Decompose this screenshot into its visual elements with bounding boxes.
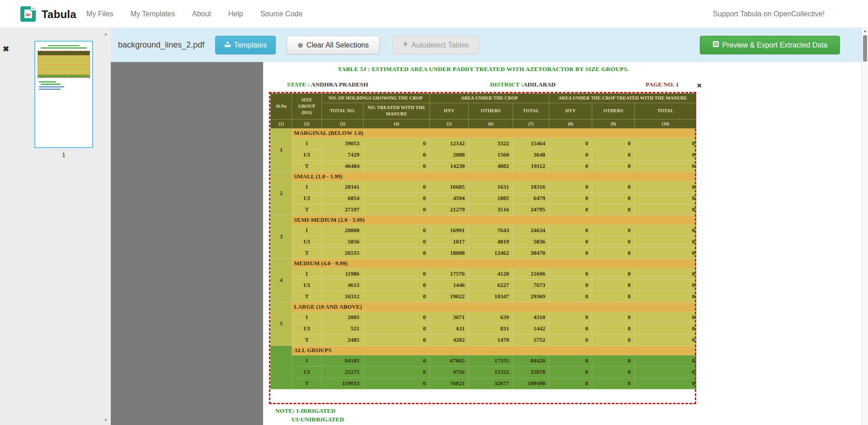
nav-my-files[interactable]: My Files [86,10,113,18]
thumb-subtitle-line [41,48,87,48]
autodetect-tables-button[interactable]: Autodetect Tables [392,36,479,54]
delete-page-icon[interactable]: ✖ [3,45,9,53]
pdf-page[interactable]: TABLE 5J : ESTIMATED AREA UNDER PADDY TR… [263,62,862,425]
clear-selections-icon: ⊗ [297,42,303,48]
preview-export-button[interactable]: Preview & Export Extracted Data [700,36,840,54]
selection-rectangle[interactable] [269,92,696,404]
tabula-app: Tabula My Files My Templates About Help … [0,0,868,425]
thumb-note-line [39,81,56,82]
toolbar: background_lines_2.pdf Templates ⊗ Clear… [111,28,862,62]
district-field: DISTRICT :ADILABAD [490,81,556,88]
nav-about[interactable]: About [192,10,211,18]
nav-links: My Files My Templates About Help Source … [86,0,302,28]
thumb-text-line [39,89,61,90]
district-value: ADILABAD [523,81,556,88]
autodetect-bolt-icon [403,41,408,49]
filename-label: background_lines_2.pdf [118,28,204,62]
note-line-2: UI-UNIRRIGATED [292,416,344,423]
note-line-1: NOTE: I-IRRIGATED [275,407,335,415]
page-thumbnail[interactable] [34,41,93,148]
page-no-label: PAGE NO. 1 [646,81,679,88]
sidebar-scroll-down-icon[interactable]: ▼ [103,418,109,422]
document-title: TABLE 5J : ESTIMATED AREA UNDER PADDY TR… [270,66,696,73]
nav-help[interactable]: Help [228,10,243,18]
thumb-table [38,51,90,78]
templates-icon [224,41,231,49]
thumb-note-line [41,84,61,85]
support-opencollective-link[interactable]: Support Tabula on OpenCollective! [713,0,825,28]
vertical-scrollbar: ▲ [862,28,868,425]
nav-my-templates[interactable]: My Templates [131,10,175,18]
district-label: DISTRICT : [490,81,523,88]
templates-label: Templates [234,41,267,49]
nav-source-code[interactable]: Source Code [260,10,302,18]
scrollbar-thumb[interactable] [863,35,867,62]
clear-all-selections-button[interactable]: ⊗ Clear All Selections [287,36,380,54]
page-number-label: 1 [34,151,93,158]
preview-export-label: Preview & Export Extracted Data [722,41,828,49]
sidebar: ▲ ✖ 1 ▼ [0,28,111,425]
state-label: STATE : [287,81,310,88]
selection-close-icon[interactable]: ✕ [697,82,702,89]
templates-button[interactable]: Templates [215,36,276,54]
brand-title: Tabula [42,8,76,21]
pdf-canvas-gutter: TABLE 5J : ESTIMATED AREA UNDER PADDY TR… [111,62,862,425]
brand[interactable]: Tabula [20,5,76,24]
navbar: Tabula My Files My Templates About Help … [0,0,868,28]
thumb-text-line [39,86,64,87]
autodetect-label: Autodetect Tables [411,41,469,49]
tabula-logo-icon [20,5,37,24]
scrollbar-up-icon[interactable]: ▲ [862,28,868,34]
sidebar-scroll-up-icon[interactable]: ▲ [103,32,109,36]
export-table-icon [712,41,719,49]
document-meta-row: STATE : ANDHRA PRADESH DISTRICT :ADILABA… [263,81,704,89]
thumb-title-line [48,45,80,46]
state-value: ANDHRA PRADESH [311,81,368,88]
state-field: STATE : ANDHRA PRADESH [287,81,368,88]
clear-selections-label: Clear All Selections [307,41,369,49]
